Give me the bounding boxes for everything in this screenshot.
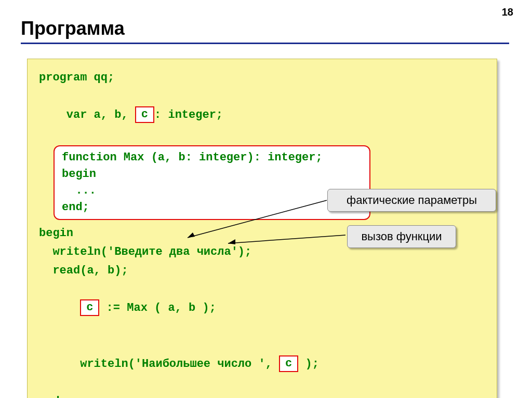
callout-call: вызов функции [347,225,456,248]
code-line: begin [62,166,362,183]
code-line-var: var a, b, c: integer; [39,87,485,143]
var-c-box: c [135,106,154,123]
code-text [66,301,80,314]
code-line: end. [39,392,485,398]
code-line-writeln: writeln('Наибольшее число ', c ); [39,336,485,392]
code-line: function Max (a, b: integer): integer; [62,149,362,166]
title-underline [21,43,509,44]
var-c-box: c [279,355,298,372]
code-line: program qq; [39,68,485,87]
page-number: 18 [502,6,513,18]
code-text: writeln('Наибольшее число ', [66,358,279,370]
code-text: := Max ( a, b ); [99,301,216,314]
var-c-box: c [80,299,99,316]
code-text: ); [298,358,319,370]
code-line: ... [62,183,362,199]
function-box: function Max (a, b: integer): integer; b… [54,145,370,220]
code-line: end; [62,199,362,216]
code-line: read(a, b); [39,262,485,280]
callout-params: фактические параметры [327,189,496,212]
code-text: : integer; [154,108,223,121]
page-title: Программа [21,18,511,39]
code-block: program qq; var a, b, c: integer; functi… [27,59,497,398]
code-text: var a, b, [66,108,135,121]
code-line-assign: c := Max ( a, b ); [39,280,485,336]
